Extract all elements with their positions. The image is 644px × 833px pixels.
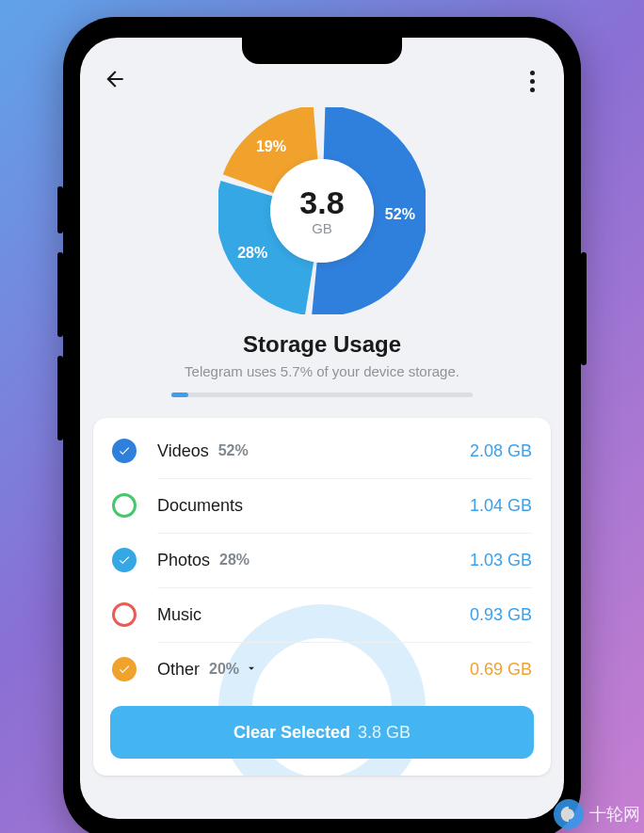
total-value: 3.8 xyxy=(299,186,344,218)
check-icon xyxy=(118,444,131,457)
storage-item-percent: 52% xyxy=(218,442,249,459)
storage-donut-chart: 3.8 GB 52%28%19% xyxy=(218,107,426,314)
storage-item-percent: 20% xyxy=(209,661,239,678)
checkbox-checked[interactable] xyxy=(112,657,137,681)
storage-item-label: Documents xyxy=(157,496,243,516)
storage-item-size: 1.04 GB xyxy=(470,496,532,516)
phone-notch xyxy=(242,38,402,64)
site-watermark: 十轮网 xyxy=(554,799,640,829)
phone-frame: 3.8 GB 52%28%19% Storage Usage Telegram … xyxy=(63,17,581,833)
storage-item-row[interactable]: Other20%0.69 GB xyxy=(93,642,551,697)
storage-item-size: 2.08 GB xyxy=(470,441,532,461)
phone-side-button xyxy=(57,252,63,337)
phone-side-button xyxy=(581,252,587,365)
storage-item-percent: 28% xyxy=(219,552,250,569)
chevron-down-icon xyxy=(245,660,258,680)
check-icon xyxy=(118,663,131,676)
storage-item-size: 1.03 GB xyxy=(470,551,532,570)
arrow-left-icon xyxy=(103,67,127,91)
donut-slice-label: 19% xyxy=(256,138,286,155)
storage-item-row[interactable]: Music0.93 GB xyxy=(93,587,551,642)
storage-progress-bar xyxy=(171,392,473,397)
clear-button-amount: 3.8 GB xyxy=(358,723,411,743)
donut-slice-label: 28% xyxy=(237,245,267,262)
storage-item-row[interactable]: Videos52%2.08 GB xyxy=(93,424,551,478)
checkbox-checked[interactable] xyxy=(112,548,137,572)
storage-item-row[interactable]: Photos28%1.03 GB xyxy=(93,533,551,587)
back-button[interactable] xyxy=(103,67,127,95)
page-subtitle: Telegram uses 5.7% of your device storag… xyxy=(185,363,459,379)
phone-side-button xyxy=(57,186,63,233)
checkbox-unchecked[interactable] xyxy=(112,493,137,518)
check-icon xyxy=(118,553,131,567)
storage-item-size: 0.69 GB xyxy=(470,660,532,680)
storage-item-label: Other20% xyxy=(157,660,258,680)
checkbox-unchecked[interactable] xyxy=(112,602,137,627)
clear-button-label: Clear Selected xyxy=(233,723,350,743)
donut-center: 3.8 GB xyxy=(270,159,374,263)
storage-items-card: Videos52%2.08 GBDocuments1.04 GBPhotos28… xyxy=(93,418,551,776)
storage-item-size: 0.93 GB xyxy=(470,605,532,625)
site-watermark-text: 十轮网 xyxy=(589,803,640,825)
page-title: Storage Usage xyxy=(243,331,401,358)
storage-item-label: Music xyxy=(157,605,201,625)
storage-item-label: Videos52% xyxy=(157,441,249,461)
phone-side-button xyxy=(57,356,63,441)
storage-item-label: Photos28% xyxy=(157,551,250,570)
storage-progress-fill xyxy=(171,392,188,397)
storage-chart-section: 3.8 GB 52%28%19% Storage Usage Telegram … xyxy=(80,104,564,397)
total-unit: GB xyxy=(312,220,332,236)
clear-selected-button[interactable]: Clear Selected 3.8 GB xyxy=(110,706,534,759)
more-options-button[interactable] xyxy=(523,71,541,92)
storage-item-row[interactable]: Documents1.04 GB xyxy=(93,478,551,533)
more-vertical-icon xyxy=(530,71,535,75)
phone-screen: 3.8 GB 52%28%19% Storage Usage Telegram … xyxy=(80,38,564,819)
checkbox-checked[interactable] xyxy=(112,439,137,463)
site-logo-icon xyxy=(554,799,584,829)
donut-slice-label: 52% xyxy=(385,206,415,223)
